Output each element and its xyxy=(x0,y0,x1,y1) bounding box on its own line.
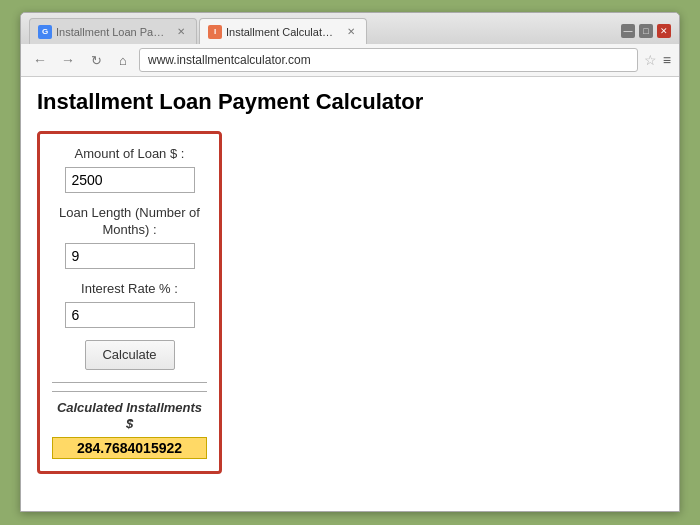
menu-icon[interactable]: ≡ xyxy=(663,52,671,68)
tab-2[interactable]: I Installment Calculator - Ca... ✕ xyxy=(199,18,367,44)
interest-rate-input[interactable] xyxy=(65,302,195,328)
address-bar[interactable] xyxy=(139,48,638,72)
tab2-label: Installment Calculator - Ca... xyxy=(226,26,336,38)
loan-amount-input[interactable] xyxy=(65,167,195,193)
tab1-close-button[interactable]: ✕ xyxy=(174,25,188,39)
calculator-box: Amount of Loan $ : Loan Length (Number o… xyxy=(37,131,222,474)
title-bar: G Installment Loan Payment... ✕ I Instal… xyxy=(21,13,679,44)
browser-window: G Installment Loan Payment... ✕ I Instal… xyxy=(20,12,680,512)
tab2-favicon: I xyxy=(208,25,222,39)
maximize-button[interactable]: □ xyxy=(639,24,653,38)
divider-bottom xyxy=(52,391,207,392)
window-controls: — □ ✕ xyxy=(621,24,671,44)
calculate-button[interactable]: Calculate xyxy=(85,340,175,370)
loan-amount-label: Amount of Loan $ : xyxy=(52,146,207,163)
loan-length-label: Loan Length (Number of Months) : xyxy=(52,205,207,239)
result-label: Calculated Installments $ xyxy=(52,400,207,434)
tab2-close-button[interactable]: ✕ xyxy=(344,25,358,39)
page-title: Installment Loan Payment Calculator xyxy=(37,89,663,115)
divider-top xyxy=(52,382,207,383)
tab-1[interactable]: G Installment Loan Payment... ✕ xyxy=(29,18,197,44)
result-value: 284.7684015922 xyxy=(52,437,207,459)
star-icon[interactable]: ☆ xyxy=(644,52,657,68)
page-content: Installment Loan Payment Calculator Amou… xyxy=(21,77,679,511)
minimize-button[interactable]: — xyxy=(621,24,635,38)
forward-button[interactable]: → xyxy=(57,49,79,71)
navigation-bar: ← → ↻ ⌂ ☆ ≡ xyxy=(21,44,679,77)
close-button[interactable]: ✕ xyxy=(657,24,671,38)
loan-length-input[interactable] xyxy=(65,243,195,269)
tab1-label: Installment Loan Payment... xyxy=(56,26,166,38)
back-button[interactable]: ← xyxy=(29,49,51,71)
tab1-favicon: G xyxy=(38,25,52,39)
home-button[interactable]: ⌂ xyxy=(113,50,133,70)
interest-rate-label: Interest Rate % : xyxy=(52,281,207,298)
refresh-button[interactable]: ↻ xyxy=(85,49,107,71)
